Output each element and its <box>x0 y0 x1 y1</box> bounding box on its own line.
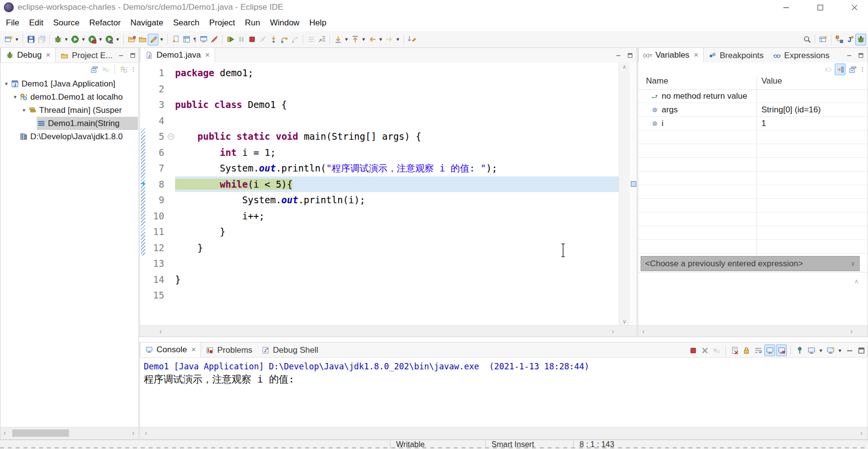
tree-item[interactable]: D:\Develop\Java\jdk1.8.0 <box>0 130 138 143</box>
back-menu-icon[interactable]: ▾ <box>378 34 384 45</box>
console-output[interactable]: Demo1 [Java Application] D:\Develop\Java… <box>140 360 868 428</box>
show-whitespace-icon[interactable]: ¶ <box>192 34 198 45</box>
remove-launch-icon[interactable] <box>699 344 710 356</box>
scroll-right-icon[interactable]: › <box>612 327 614 335</box>
menu-navigate[interactable]: Navigate <box>126 18 168 28</box>
scroll-left-icon[interactable]: ‹ <box>642 327 645 335</box>
maximize-view-icon[interactable] <box>857 51 865 59</box>
menu-file[interactable]: File <box>1 18 24 28</box>
scroll-right-icon[interactable]: › <box>850 327 853 335</box>
show-type-names-icon[interactable]: K <box>823 64 833 75</box>
open-console-icon[interactable] <box>825 344 836 356</box>
tab-project-explorer[interactable]: Project E... <box>56 48 117 63</box>
maximize-view-icon[interactable] <box>626 51 634 59</box>
maximize-window-button[interactable] <box>815 2 825 13</box>
mark-occurrences-menu-icon[interactable]: ▾ <box>158 34 165 45</box>
open-resource-icon[interactable] <box>137 34 148 45</box>
scroll-lock-icon[interactable] <box>741 344 752 356</box>
menu-window[interactable]: Window <box>265 18 304 28</box>
scroll-up-icon[interactable]: ∧ <box>619 64 630 70</box>
profile-menu-icon[interactable]: ▾ <box>114 34 121 45</box>
tab-debug-shell[interactable]: J Debug Shell <box>257 343 323 357</box>
tree-item[interactable]: Demo1.main(String <box>0 117 138 130</box>
collapse-all-icon[interactable] <box>89 64 99 75</box>
code-line-7[interactable]: 7 System.out.println("程序调试演示，注意观察 i 的值: … <box>147 160 620 176</box>
clear-console-icon[interactable] <box>729 344 740 356</box>
editor-vscrollbar[interactable]: ∧ ∨ <box>619 63 630 326</box>
scroll-up-icon[interactable]: ∧ <box>854 278 859 285</box>
previous-annotation-menu-icon[interactable]: ▾ <box>360 34 367 45</box>
code-editor[interactable]: 1package demo1;23public class Demo1 {45 … <box>140 63 620 326</box>
show-skipped-breakpoints-icon[interactable] <box>306 34 316 45</box>
close-tab-icon[interactable]: ✕ <box>205 51 210 59</box>
line-number[interactable]: 13 <box>147 256 167 272</box>
close-tab-icon[interactable]: ✕ <box>45 51 51 59</box>
show-stdout-console-icon[interactable] <box>764 344 775 356</box>
next-annotation-menu-icon[interactable]: ▾ <box>343 34 350 45</box>
code-line-12[interactable]: 12 } <box>147 240 620 256</box>
next-annotation-icon[interactable] <box>333 34 343 45</box>
minimize-view-icon[interactable] <box>117 51 125 59</box>
view-management-icon[interactable] <box>118 64 129 75</box>
show-logical-structure-icon[interactable] <box>835 64 846 75</box>
code-line-15[interactable]: 15 <box>147 287 620 303</box>
tree-item[interactable]: ▾JDemo1 [Java Application] <box>0 77 138 90</box>
code-line-11[interactable]: 11 } <box>147 224 620 240</box>
column-name[interactable]: Name <box>638 76 757 89</box>
line-number[interactable]: 2 <box>147 81 167 97</box>
code-line-4[interactable]: 4 <box>147 113 620 129</box>
menu-run[interactable]: Run <box>240 18 265 28</box>
forward-icon[interactable] <box>384 34 395 45</box>
debug-icon[interactable] <box>52 34 63 45</box>
tab-problems[interactable]: Problems <box>201 343 257 357</box>
menu-help[interactable]: Help <box>304 18 331 28</box>
line-number[interactable]: 3 <box>147 97 167 113</box>
debug-tree-hscrollbar[interactable]: ‹ › <box>0 427 138 439</box>
console-hscrollbar[interactable]: ‹ › <box>140 427 868 439</box>
toggle-mark-occurrences-icon[interactable] <box>148 34 158 45</box>
close-window-button[interactable] <box>849 2 860 13</box>
menu-project[interactable]: Project <box>204 18 240 28</box>
menu-search[interactable]: Search <box>168 18 204 28</box>
tab-expressions[interactable]: Expressions <box>768 48 834 63</box>
pin-console-icon[interactable] <box>794 344 805 356</box>
java-perspective-icon[interactable]: J <box>845 34 855 45</box>
previous-annotation-icon[interactable] <box>350 34 360 45</box>
expander-icon[interactable]: ▾ <box>20 107 28 113</box>
save-all-icon[interactable] <box>36 34 47 45</box>
menu-edit[interactable]: Edit <box>24 18 48 28</box>
forward-menu-icon[interactable]: ▾ <box>395 34 401 45</box>
close-tab-icon[interactable]: ✕ <box>693 51 699 59</box>
view-menu-icon[interactable]: ⋮ <box>859 64 866 75</box>
javaee-perspective-icon[interactable] <box>834 34 845 45</box>
link-with-editor-icon[interactable] <box>170 34 181 45</box>
line-number[interactable]: 8 <box>147 176 167 192</box>
current-line-marker[interactable] <box>631 181 636 187</box>
chevron-down-icon[interactable]: ∨ <box>850 260 859 267</box>
maximize-icon[interactable] <box>856 344 867 356</box>
line-number[interactable]: 1 <box>147 65 167 81</box>
collapse-all-icon[interactable] <box>847 64 858 75</box>
expander-icon[interactable]: ▾ <box>11 94 19 100</box>
code-line-13[interactable]: 13 <box>147 256 620 272</box>
debug-perspective-icon[interactable] <box>855 34 866 45</box>
menu-source[interactable]: Source <box>48 18 85 28</box>
terminate-icon[interactable] <box>246 34 257 45</box>
new-wizard-icon[interactable] <box>3 34 14 45</box>
variable-row-i[interactable]: i1 <box>638 117 868 130</box>
minimize-view-icon[interactable] <box>614 51 622 59</box>
tab-debug[interactable]: Debug ✕ <box>0 47 56 63</box>
save-icon[interactable] <box>25 34 36 45</box>
scroll-left-icon[interactable]: ‹ <box>145 428 147 437</box>
code-line-3[interactable]: 3public class Demo1 { <box>147 97 620 113</box>
display-selected-console-icon[interactable] <box>806 344 817 356</box>
code-line-10[interactable]: 10 i++; <box>147 208 620 224</box>
minimize-window-button[interactable] <box>780 2 791 13</box>
line-number[interactable]: 6 <box>147 145 167 161</box>
new-wizard-menu-icon[interactable]: ▾ <box>14 34 20 45</box>
resume-icon[interactable] <box>225 34 236 45</box>
terminate-icon[interactable] <box>688 344 698 356</box>
tab-demo1-java[interactable]: J Demo1.java ✕ <box>140 47 215 63</box>
tree-item[interactable]: ▾Thread [main] (Susper <box>0 104 138 117</box>
last-edit-location-icon[interactable] <box>406 34 417 45</box>
